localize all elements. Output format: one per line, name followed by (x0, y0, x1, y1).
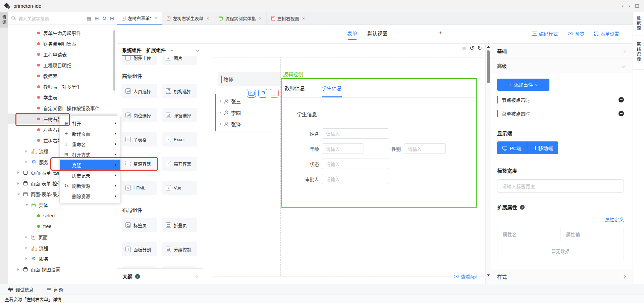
context-menu-item[interactable]: 刷新资源 (60, 180, 120, 191)
problems-button[interactable]: 问题 (47, 286, 63, 293)
expander-icon[interactable] (17, 182, 23, 185)
code-mode-button[interactable]: 编码模式 (532, 30, 558, 37)
redo-icon[interactable]: ↻ (478, 45, 482, 51)
close-icon[interactable]: × (154, 15, 157, 21)
expander-icon[interactable] (25, 204, 32, 206)
field-input[interactable]: 请输入 (322, 159, 389, 169)
tree-item[interactable]: 页面-视图设置 (8, 264, 117, 275)
add-event-button[interactable]: + 添加事件 (497, 79, 549, 91)
section-advanced[interactable]: 高级 (491, 58, 633, 73)
tree-item[interactable]: select (8, 210, 117, 221)
collapse-all-icon[interactable]: ⊟ (110, 16, 114, 21)
palette-item[interactable]: 子表格 (122, 132, 157, 146)
palette-item[interactable]: 资源容器 (122, 157, 157, 171)
tree-node[interactable]: 李四 (216, 107, 278, 118)
view-tab[interactable]: 默认视图 (367, 30, 387, 40)
scroll-down-icon[interactable] (487, 274, 490, 276)
expander-icon[interactable] (17, 193, 23, 195)
search-input[interactable]: 输入关键字搜索 (18, 15, 87, 21)
tree-item[interactable]: 流程 (8, 243, 117, 253)
expander-icon[interactable] (17, 171, 23, 174)
outline-bar[interactable]: 大纲 (117, 268, 203, 284)
logic-control-panel[interactable]: 教师信息 学生信息 学生信息 姓名 (281, 78, 477, 208)
datasource-strip-tab[interactable]: 数据源 (633, 16, 644, 31)
label-width-input[interactable]: 请输入标签宽度 (497, 179, 624, 193)
context-menu-item[interactable]: 新建页面 (60, 128, 120, 139)
field-input[interactable]: 请输入 (322, 128, 389, 139)
tab-system-components[interactable]: 系统组件 (122, 44, 142, 56)
view-api-link[interactable]: 查看Api (454, 273, 477, 280)
delete-button[interactable] (270, 89, 279, 98)
context-menu-item[interactable]: 克隆 (60, 160, 120, 170)
context-menu-item[interactable]: 打开 (60, 118, 120, 128)
field-input[interactable]: 请输入 (322, 174, 389, 184)
design-canvas[interactable]: ≣ ↺ ↻ 教师 JS 张三 (203, 44, 485, 284)
teacher-tree-widget[interactable]: 张三 李四 张锋 (215, 94, 278, 131)
palette-item[interactable]: 标签页 (122, 218, 157, 232)
scroll-up-icon[interactable] (487, 46, 490, 48)
offline-resource-strip-tab[interactable]: 离线资源 (633, 42, 644, 61)
tree-item[interactable]: 页面 (8, 232, 117, 243)
context-menu-item[interactable]: 删除资源 (60, 191, 120, 201)
palette-item[interactable]: 分组控制 (162, 242, 197, 256)
expander-icon[interactable] (25, 236, 32, 239)
import-resource-icon[interactable]: ▤ (87, 16, 91, 21)
palette-item[interactable]: 高开容器 (162, 157, 197, 171)
preview-button[interactable]: 预览 (568, 30, 584, 37)
field-input[interactable]: 请输入 (322, 143, 364, 154)
tree-item[interactable]: 表单生命周起事件 (8, 28, 117, 38)
expander-icon[interactable] (220, 123, 221, 125)
document-tab[interactable]: 左树右表单* × (117, 12, 162, 25)
form-settings-button[interactable]: 表单设置 (594, 30, 619, 37)
tree-item[interactable]: 财务费用归集表 (8, 38, 117, 49)
scrollbar-thumb[interactable] (487, 50, 490, 83)
palette-item[interactable]: HTML (122, 181, 157, 195)
palette-item[interactable]: Vue (162, 181, 197, 195)
resources-strip-tab[interactable]: 资源 (0, 12, 8, 28)
logic-tab[interactable]: 学生信息 (322, 84, 342, 97)
nav-forward-icon[interactable]: › (628, 3, 630, 9)
event-row[interactable]: 节点被点击时 (497, 95, 624, 104)
mobile-display-button[interactable]: 移动端 (527, 141, 558, 154)
expander-icon[interactable] (25, 257, 32, 260)
add-view-button[interactable]: + (439, 30, 442, 39)
debug-info-button[interactable]: 调试信息 (8, 286, 34, 293)
event-row[interactable]: 菜单被点击时 (497, 109, 624, 118)
view-tab[interactable]: 表单 (347, 30, 357, 40)
document-tab[interactable]: 左树右视图 × (267, 12, 310, 25)
palette-item[interactable]: 图片 (162, 56, 197, 65)
palette-item[interactable]: 岗位选择 (122, 108, 157, 122)
chevron-down-icon[interactable] (196, 48, 199, 51)
expander-icon[interactable] (25, 247, 32, 249)
save-icon[interactable]: ⊡ (635, 3, 639, 9)
context-menu-item[interactable]: 打开方式 (60, 149, 120, 160)
canvas-scrollbar[interactable] (485, 44, 491, 284)
tree-item[interactable]: 学生表 (8, 92, 117, 103)
property-define-link[interactable]: + 属性定义 (497, 216, 624, 223)
document-tab[interactable]: 流程实例实体集 × (214, 12, 266, 25)
palette-item[interactable]: 折叠页 (162, 218, 197, 232)
remove-event-icon[interactable] (619, 97, 624, 102)
undo-icon[interactable]: ↺ (470, 45, 474, 51)
remove-event-icon[interactable] (619, 111, 624, 116)
tree-item[interactable]: 工程项目明细 (8, 60, 117, 71)
close-icon[interactable]: × (206, 16, 209, 21)
context-menu-item[interactable]: 重命名 (60, 139, 120, 149)
sidebar-scrollbar[interactable] (113, 30, 115, 91)
nav-back-icon[interactable]: ‹ (622, 3, 624, 9)
palette-item[interactable]: 面板分割 (122, 242, 157, 256)
expander-icon[interactable] (220, 100, 221, 102)
copy-button[interactable] (258, 89, 267, 98)
expander-icon[interactable] (25, 161, 32, 163)
teacher-tree-header[interactable]: 教师 (218, 72, 280, 86)
palette-item[interactable]: Excel (162, 132, 197, 146)
js-script-button[interactable]: JS (247, 89, 256, 98)
tree-item[interactable]: 工程申请表 (8, 49, 117, 60)
palette-item[interactable]: 附件上传 (122, 56, 157, 65)
pc-display-button[interactable]: PC端 (497, 141, 527, 154)
section-basic[interactable]: 基础 (491, 44, 633, 58)
logic-tab[interactable]: 教师信息 (285, 84, 305, 97)
close-icon[interactable]: × (302, 16, 305, 21)
tab-extension-components[interactable]: 扩展组件 (146, 44, 166, 56)
expander-icon[interactable] (220, 111, 221, 114)
